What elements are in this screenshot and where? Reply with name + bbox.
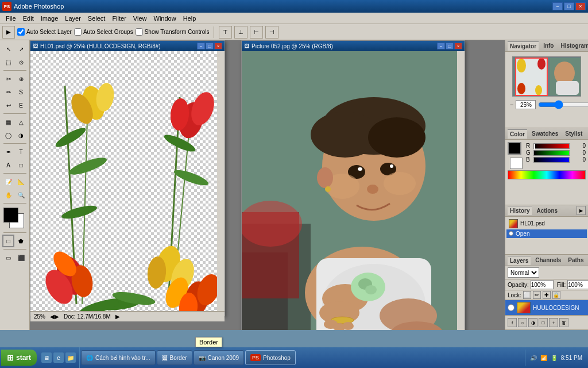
tab-channels[interactable]: Channels (533, 256, 563, 264)
history-item-1[interactable]: Open (506, 229, 587, 238)
menu-filter[interactable]: Filter (109, 14, 129, 23)
doc-canvas-hl01[interactable] (30, 51, 217, 311)
opacity-input[interactable] (531, 280, 554, 289)
zoom-out-icon[interactable]: − (510, 101, 513, 108)
measure-tool[interactable]: 📐 (15, 175, 27, 188)
shape-tool[interactable]: □ (15, 159, 27, 171)
doc-maximize-hl01[interactable]: □ (206, 43, 214, 49)
new-fill-layer-btn[interactable]: ◑ (528, 318, 537, 327)
path-selection[interactable]: A (2, 159, 14, 171)
color-selector[interactable] (3, 208, 26, 228)
lasso-tool[interactable]: ⊙ (15, 56, 27, 68)
taskbar-canon-btn[interactable]: 📷 Canon 2009 (194, 350, 245, 365)
menu-help[interactable]: Help (180, 14, 200, 23)
add-layer-style-btn[interactable]: f (508, 318, 517, 327)
healing-brush[interactable]: ✏ (2, 86, 14, 98)
tab-info[interactable]: Info (541, 41, 556, 50)
auto-select-groups-option[interactable]: Auto Select Groups (74, 28, 133, 36)
menu-select[interactable]: Select (84, 14, 109, 23)
clone-stamp[interactable]: S (15, 86, 27, 98)
maximize-button[interactable]: □ (564, 2, 574, 10)
fg-color-box[interactable] (508, 142, 521, 155)
doc-minimize-hl01[interactable]: − (197, 43, 205, 49)
doc-close-pic052[interactable]: × (454, 43, 462, 49)
zoom-tool[interactable]: 🔍 (15, 189, 27, 201)
align-btn-4[interactable]: ⊣ (265, 26, 278, 39)
auto-select-groups-checkbox[interactable] (74, 28, 82, 36)
eyedropper-tool[interactable]: ⊕ (15, 72, 27, 85)
lock-image-btn[interactable]: ✏ (533, 291, 541, 299)
auto-select-layer-checkbox[interactable] (17, 28, 25, 36)
lock-transparent-btn[interactable]: ⬜ (523, 291, 531, 299)
history-menu-btn[interactable]: ▶ (577, 206, 586, 215)
show-desktop-btn[interactable]: 🖥 (41, 352, 52, 363)
move-tool[interactable]: ↖ (2, 43, 14, 55)
bg-color-box[interactable] (510, 158, 523, 169)
standard-screen[interactable]: ▭ (2, 251, 14, 264)
lock-all-btn[interactable]: 🔒 (552, 291, 560, 299)
crop-tool[interactable]: ✂ (2, 72, 14, 85)
tab-navigator[interactable]: Navigator (508, 41, 539, 51)
tab-swatches[interactable]: Swatches (529, 129, 560, 138)
standard-mode[interactable]: □ (2, 235, 14, 247)
fullscreen-btn[interactable]: ⬛ (15, 251, 27, 264)
zoom-input[interactable] (516, 100, 536, 109)
type-tool[interactable]: T (15, 145, 27, 158)
foreground-color-swatch[interactable] (3, 208, 18, 223)
new-layer-btn[interactable]: + (549, 318, 558, 327)
tab-actions[interactable]: Actions (534, 206, 560, 215)
menu-view[interactable]: View (130, 14, 150, 23)
show-transform-controls-option[interactable]: Show Transform Controls (136, 28, 210, 36)
menu-layer[interactable]: Layer (61, 14, 84, 23)
lock-position-btn[interactable]: ✚ (543, 291, 551, 299)
layer-visibility-eye[interactable] (508, 304, 514, 311)
taskbar-cach-bo-hinh-btn[interactable]: 🌐 Cách bổ hình vào tr... (81, 350, 156, 365)
close-button[interactable]: × (575, 2, 586, 10)
burn-tool[interactable]: ◑ (15, 129, 27, 141)
align-btn-2[interactable]: ⊥ (234, 26, 247, 39)
color-spectrum-bar[interactable] (508, 170, 586, 179)
taskbar-border-btn[interactable]: 🖼 Border (157, 350, 192, 365)
r-slider-handle[interactable] (534, 144, 535, 150)
quick-mask-mode[interactable]: ⬟ (15, 235, 27, 247)
menu-window[interactable]: Window (150, 14, 180, 23)
fill-input[interactable] (567, 280, 588, 289)
menu-edit[interactable]: Edit (20, 14, 37, 23)
doc-canvas-pic052[interactable] (242, 51, 457, 330)
tab-paths[interactable]: Paths (566, 256, 586, 264)
tab-stylist[interactable]: Stylist (563, 129, 585, 138)
align-btn-3[interactable]: ⊢ (250, 26, 263, 39)
auto-select-layer-option[interactable]: Auto Select Layer (17, 28, 72, 36)
history-brush[interactable]: ↩ (2, 99, 14, 112)
menu-file[interactable]: File (2, 14, 20, 23)
hand-tool[interactable]: ✋ (2, 189, 14, 201)
tab-histogram[interactable]: Histogram (558, 41, 588, 50)
add-mask-btn[interactable]: ○ (518, 318, 527, 327)
align-btn-1[interactable]: ⊤ (219, 26, 232, 39)
tab-layers[interactable]: Layers (508, 256, 531, 265)
new-group-btn[interactable]: □ (539, 318, 548, 327)
blur-tool[interactable]: △ (15, 116, 27, 128)
notes-tool[interactable]: 📝 (2, 175, 14, 188)
doc-close-hl01[interactable]: × (214, 43, 222, 49)
marquee-tool[interactable]: ⬚ (2, 56, 14, 68)
doc-maximize-pic052[interactable]: □ (446, 43, 454, 49)
blend-mode-select[interactable]: Normal (508, 267, 539, 278)
history-item-0[interactable]: HL01.psd (506, 218, 587, 229)
taskbar-photoshop-btn[interactable]: PS Photoshop (245, 350, 296, 365)
tab-history[interactable]: History (508, 206, 532, 215)
show-transform-controls-checkbox[interactable] (136, 28, 143, 36)
artboard-tool[interactable]: ↗ (15, 43, 27, 55)
tab-color[interactable]: Color (508, 129, 527, 139)
delete-layer-btn[interactable]: 🗑 (559, 318, 568, 327)
ie-btn[interactable]: e (53, 352, 64, 363)
doc-minimize-pic052[interactable]: − (437, 43, 445, 49)
move-tool-btn[interactable]: ▶ (2, 26, 15, 39)
menu-image[interactable]: Image (37, 14, 62, 23)
zoom-slider[interactable] (538, 102, 588, 108)
start-button[interactable]: ⊞ start (1, 350, 37, 366)
layer-item-huulocdesign[interactable]: HUULOCDESIGN (505, 300, 588, 315)
gradient-tool[interactable]: ▦ (2, 116, 14, 128)
dodge-tool[interactable]: ◯ (2, 129, 14, 141)
eraser-tool[interactable]: E (15, 99, 27, 112)
